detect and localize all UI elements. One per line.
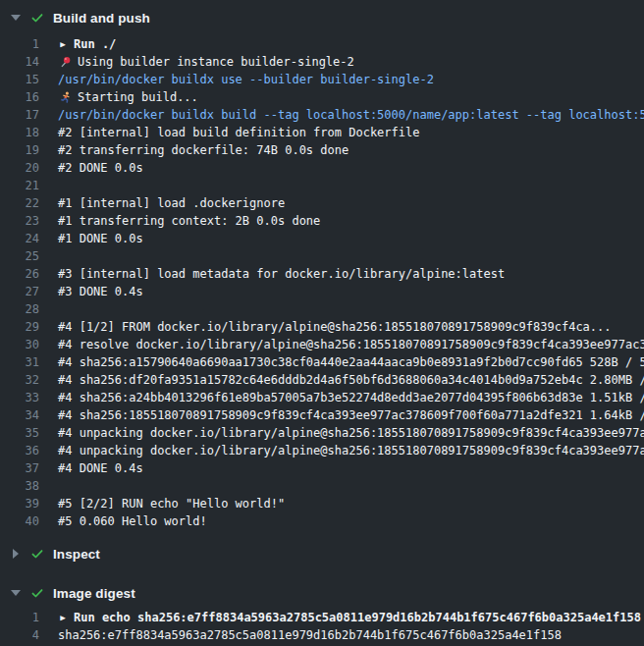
line-text: #4 resolve docker.io/library/alpine@sha2… [58,336,644,353]
line-number[interactable]: 26 [0,265,39,283]
line-text: ▶Run ./ [58,35,116,53]
section-title: Image digest [53,586,135,601]
line-number[interactable]: 17 [0,106,39,124]
line-text: #3 [internal] load metadata for docker.i… [58,265,505,283]
log-line: 25 [0,247,644,265]
line-number[interactable]: 33 [0,389,39,406]
log-line: 37#4 DONE 0.4s [0,459,644,477]
log-line: 4sha256:e7ff8834a5963a2785c5a0811e979d16… [0,626,644,644]
log-line: 19#2 transferring dockerfile: 74B 0.0s d… [0,141,644,159]
runner-icon [58,91,72,104]
line-number[interactable]: 23 [0,212,39,230]
line-text: #4 unpacking docker.io/library/alpine@sh… [58,424,644,442]
line-text: #2 DONE 0.0s [58,159,143,177]
log-line: 14Using builder instance builder-single-… [0,53,644,71]
line-number[interactable]: 27 [0,283,39,300]
check-icon [29,585,45,601]
log-line: 32#4 sha256:df20fa9351a15782c64e6dddb2d4… [0,371,644,389]
line-text: sha256:e7ff8834a5963a2785c5a0811e979d16b… [58,626,562,644]
line-number[interactable]: 1 [0,35,39,53]
log-line: 29#4 [1/2] FROM docker.io/library/alpine… [0,318,644,336]
line-text: #1 DONE 0.0s [58,230,143,247]
line-text: #4 sha256:a24bb4013296f61e89ba57005a7b3e… [58,389,644,406]
log-line: 40#5 0.060 Hello world! [0,512,644,530]
pushpin-icon [58,56,72,69]
line-text: /usr/bin/docker buildx use --builder bui… [58,71,434,88]
line-text: #4 sha256:a15790640a6690aa1730c38cf0a440… [58,353,644,371]
line-text: /usr/bin/docker buildx build --tag local… [58,106,644,124]
line-text: #1 transferring context: 2B 0.0s done [58,212,320,230]
log-line: 24#1 DONE 0.0s [0,230,644,247]
log-line: 35#4 unpacking docker.io/library/alpine@… [0,424,644,442]
log-line: 18#2 [internal] load build definition fr… [0,124,644,141]
line-text: #5 0.060 Hello world! [58,512,207,530]
line-number[interactable]: 31 [0,353,39,371]
log-line: 28 [0,300,644,318]
line-number[interactable]: 25 [0,247,39,265]
play-icon[interactable]: ▶ [58,609,68,626]
line-number[interactable]: 14 [0,53,39,71]
line-number[interactable]: 20 [0,159,39,177]
log-line: 20#2 DONE 0.0s [0,159,644,177]
line-number[interactable]: 18 [0,124,39,141]
log-line: 36#4 unpacking docker.io/library/alpine@… [0,442,644,459]
line-number[interactable]: 29 [0,318,39,336]
log-line: 26#3 [internal] load metadata for docker… [0,265,644,283]
check-icon [29,10,45,26]
line-number[interactable]: 4 [0,626,39,644]
line-number[interactable]: 34 [0,406,39,424]
line-text: #3 DONE 0.4s [58,283,143,300]
log-lines-image-digest: 1▶Run echo sha256:e7ff8834a5963a2785c5a0… [0,607,644,644]
workflow-log-viewer: Build and push 1▶Run ./14Using builder i… [0,0,644,646]
line-text: #1 [internal] load .dockerignore [58,194,285,212]
log-line: 33#4 sha256:a24bb4013296f61e89ba57005a7b… [0,389,644,406]
play-icon[interactable]: ▶ [58,35,68,53]
line-text: #2 transferring dockerfile: 74B 0.0s don… [58,141,349,159]
log-line: 15/usr/bin/docker buildx use --builder b… [0,71,644,88]
line-number[interactable]: 30 [0,336,39,353]
chevron-down-icon[interactable] [8,15,24,21]
line-number[interactable]: 39 [0,495,39,512]
line-number[interactable]: 22 [0,194,39,212]
section-header-image-digest[interactable]: Image digest [0,579,644,607]
log-line: 31#4 sha256:a15790640a6690aa1730c38cf0a4… [0,353,644,371]
section-header-build-and-push[interactable]: Build and push [0,4,644,31]
line-text: #4 [1/2] FROM docker.io/library/alpine@s… [58,318,612,336]
log-line: 21 [0,177,644,194]
log-line: 1▶Run ./ [0,35,644,53]
line-number[interactable]: 21 [0,177,39,194]
line-number[interactable]: 28 [0,300,39,318]
chevron-down-icon[interactable] [8,590,24,596]
line-number[interactable]: 1 [0,609,39,626]
line-number[interactable]: 35 [0,424,39,442]
log-line: 27#3 DONE 0.4s [0,283,644,300]
check-icon [29,546,45,562]
log-line: 34#4 sha256:185518070891758909c9f839cf4c… [0,406,644,424]
section-title: Build and push [53,11,150,26]
line-number[interactable]: 15 [0,71,39,88]
log-line: 1▶Run echo sha256:e7ff8834a5963a2785c5a0… [0,609,644,626]
line-number[interactable]: 37 [0,459,39,477]
log-line: 16Starting build... [0,88,644,106]
log-line: 17/usr/bin/docker buildx build --tag loc… [0,106,644,124]
line-number[interactable]: 32 [0,371,39,389]
chevron-right-icon[interactable] [8,549,24,559]
line-text: #4 unpacking docker.io/library/alpine@sh… [58,442,644,459]
line-number[interactable]: 24 [0,230,39,247]
line-number[interactable]: 16 [0,88,39,106]
log-line: 22#1 [internal] load .dockerignore [0,194,644,212]
line-number[interactable]: 19 [0,141,39,159]
line-text: Starting build... [58,88,198,106]
log-line: 23#1 transferring context: 2B 0.0s done [0,212,644,230]
log-line: 38 [0,477,644,495]
log-lines-build-and-push: 1▶Run ./14Using builder instance builder… [0,31,644,540]
section-title: Inspect [53,547,100,562]
line-number[interactable]: 36 [0,442,39,459]
line-number[interactable]: 40 [0,512,39,530]
log-line: 39#5 [2/2] RUN echo "Hello world!" [0,495,644,512]
line-text: ▶Run echo sha256:e7ff8834a5963a2785c5a08… [58,609,641,626]
line-number[interactable]: 38 [0,477,39,495]
line-text: #2 [internal] load build definition from… [58,124,419,141]
section-header-inspect[interactable]: Inspect [0,540,644,567]
line-text: #4 sha256:185518070891758909c9f839cf4ca3… [58,406,644,424]
